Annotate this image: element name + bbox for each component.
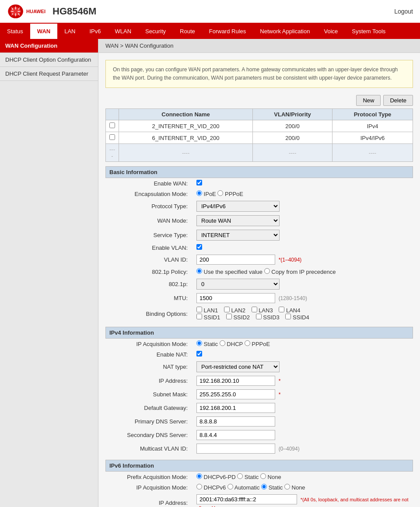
vlan-id-hint: *(1–4094) <box>279 257 302 263</box>
ipv6-static-radio[interactable] <box>261 484 267 490</box>
dot1p-label: 802.1p: <box>105 277 193 291</box>
encap-label: Encapsulation Mode: <box>105 189 193 199</box>
col-proto: Protocol Type <box>332 109 413 120</box>
ipv4-mcast-hint: (0–4094) <box>279 446 300 452</box>
sidebar-item-wan-config[interactable]: WAN Configuration <box>0 39 98 53</box>
nav-wan[interactable]: WAN <box>30 24 57 39</box>
vlan-id-input[interactable] <box>196 255 275 265</box>
logout-button[interactable]: Logout <box>394 8 413 15</box>
nav-system-tools[interactable]: System Tools <box>345 24 392 39</box>
ipv6-addr-input[interactable] <box>196 494 297 504</box>
static-radio[interactable] <box>196 340 202 346</box>
enable-nat-checkbox[interactable] <box>196 351 202 357</box>
ipv4-sec-dns-input[interactable] <box>196 430 275 440</box>
ipv4-sec-dns-label: Secondary DNS Server: <box>105 428 193 442</box>
dot1p-policy-row: 802.1p Policy: Use the specified value C… <box>105 266 413 277</box>
dot1p-select[interactable]: 0 1 2 3 4 5 6 7 <box>196 279 280 290</box>
ssid3-checkbox[interactable] <box>256 314 262 319</box>
ipoe-label: IPoE <box>196 191 216 197</box>
ssid1-checkbox[interactable] <box>196 314 202 319</box>
dhcpv6-radio[interactable] <box>196 484 202 490</box>
subnet-input[interactable] <box>196 389 275 399</box>
nat-type-label: NAT type: <box>105 360 193 374</box>
lan2-checkbox[interactable] <box>224 307 230 312</box>
nav-wlan[interactable]: WLAN <box>108 24 139 39</box>
sidebar-item-dhcp-request[interactable]: DHCP Client Request Parameter <box>0 67 98 81</box>
ipv6-info-header: IPv6 Information <box>105 460 413 472</box>
auto-radio[interactable] <box>228 484 233 490</box>
table-row: 2_INTERNET_R_VID_200 200/0 IPv4 <box>106 120 413 132</box>
row2-checkbox[interactable] <box>109 134 115 140</box>
vlan-id-row: VLAN ID: *(1–4094) <box>105 253 413 266</box>
ipv6-addr-label: IP Address: <box>105 493 193 507</box>
nav-network-application[interactable]: Network Application <box>253 24 317 39</box>
mtu-input[interactable] <box>196 293 275 303</box>
prefix-static-radio[interactable] <box>237 473 243 479</box>
huawei-logo <box>7 3 24 19</box>
binding-label: Binding Options: <box>105 305 193 322</box>
prefix-none-radio[interactable] <box>260 473 266 479</box>
ssid2-checkbox[interactable] <box>226 314 232 319</box>
nav-status[interactable]: Status <box>0 24 30 39</box>
ipv4-addr-input[interactable] <box>196 376 275 386</box>
mtu-row: MTU: (1280-1540) <box>105 291 413 305</box>
copy-ip-radio[interactable] <box>264 268 270 274</box>
enable-vlan-checkbox[interactable] <box>196 244 202 250</box>
lan1-checkbox[interactable] <box>196 307 202 312</box>
pppoe-radio[interactable] <box>217 190 223 196</box>
enable-wan-checkbox[interactable] <box>196 180 202 185</box>
dhcp-radio[interactable] <box>220 340 225 346</box>
ssid4-checkbox[interactable] <box>285 314 291 319</box>
service-type-select[interactable]: INTERNET TR069 VOIP OTHER <box>196 230 280 241</box>
row1-checkbox[interactable] <box>109 122 115 128</box>
model-name: HG8546M <box>52 6 96 17</box>
subnet-hint: * <box>279 392 281 398</box>
pppoe-ipv4-radio[interactable] <box>245 340 250 346</box>
nat-type-select[interactable]: Port-restricted cone NAT Full cone NAT A… <box>196 361 280 372</box>
col-checkbox <box>106 109 119 120</box>
ipv6-form: Prefix Acquisition Mode: DHCPv6-PD Stati… <box>105 472 413 507</box>
prefix-acq-label: Prefix Acquisition Mode: <box>105 472 193 482</box>
new-button[interactable]: New <box>356 95 381 106</box>
nav-ipv6[interactable]: IPv6 <box>83 24 108 39</box>
nav-lan[interactable]: LAN <box>57 24 82 39</box>
layout: WAN Configuration DHCP Client Option Con… <box>0 39 420 507</box>
col-connection-name: Connection Name <box>119 109 253 120</box>
ipv6-none-radio[interactable] <box>284 484 290 490</box>
proto-type-label: Protocol Type: <box>105 199 193 213</box>
delete-button[interactable]: Delete <box>383 95 413 106</box>
ipv4-mcast-vlan-row: Multicast VLAN ID: (0–4094) <box>105 442 413 455</box>
vlan-id-label: VLAN ID: <box>105 253 193 266</box>
row2-name: 6_INTERNET_R_VID_200 <box>119 132 253 144</box>
use-specified-radio[interactable] <box>196 268 202 274</box>
lan3-checkbox[interactable] <box>252 307 257 312</box>
table-toolbar: New Delete <box>105 95 413 106</box>
nav-security[interactable]: Security <box>138 24 173 39</box>
ipoe-radio[interactable] <box>196 190 202 196</box>
header: HUAWEI HG8546M Logout <box>0 0 420 24</box>
binding-ports-row2: SSID1 SSID2 SSID3 SSID4 <box>196 314 410 321</box>
copy-ip-label: Copy from IP precedence <box>264 269 336 275</box>
nav-forward-rules[interactable]: Forward Rules <box>202 24 253 39</box>
proto-type-select[interactable]: IPv4 IPv6 IPv4/IPv6 <box>196 201 280 212</box>
ipv4-pri-dns-row: Primary DNS Server: <box>105 415 413 428</box>
mtu-label: MTU: <box>105 291 193 305</box>
lan4-checkbox[interactable] <box>279 307 284 312</box>
sidebar-item-dhcp-option[interactable]: DHCP Client Option Configuration <box>0 53 98 67</box>
enable-vlan-row: Enable VLAN: <box>105 242 413 253</box>
col-vlan: VLAN/Priority <box>253 109 332 120</box>
dhcpv6-pd-radio[interactable] <box>196 473 202 479</box>
wan-mode-row: WAN Mode: Route WAN Bridge WAN <box>105 213 413 228</box>
dot1p-row: 802.1p: 0 1 2 3 4 5 6 7 <box>105 277 413 291</box>
ipv4-info-header: IPv4 Information <box>105 327 413 339</box>
enable-wan-label: Enable WAN: <box>105 178 193 189</box>
nav-voice[interactable]: Voice <box>317 24 345 39</box>
ipv4-gateway-input[interactable] <box>196 403 275 413</box>
nav-route[interactable]: Route <box>173 24 202 39</box>
main-content: WAN > WAN Configuration On this page, yo… <box>98 39 420 507</box>
ipv4-pri-dns-input[interactable] <box>196 416 275 427</box>
wan-mode-select[interactable]: Route WAN Bridge WAN <box>196 215 280 226</box>
ipv4-mcast-input[interactable] <box>196 444 275 454</box>
main-nav: Status WAN LAN IPv6 WLAN Security Route … <box>0 24 420 39</box>
pppoe-label: PPPoE <box>217 191 243 197</box>
